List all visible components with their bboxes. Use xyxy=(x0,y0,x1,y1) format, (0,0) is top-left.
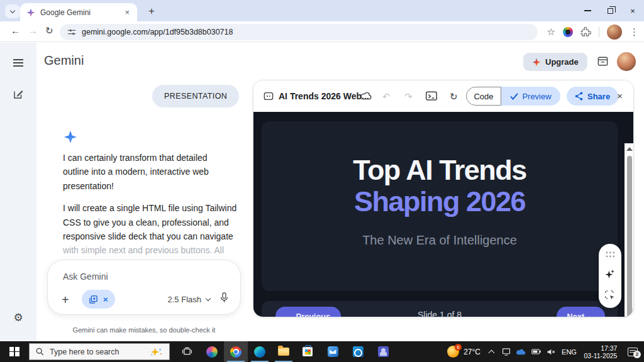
edge-taskbar-button[interactable] xyxy=(248,341,272,362)
mail-button[interactable] xyxy=(321,341,345,362)
toolbar-right-cluster: ☆ ⋮ xyxy=(547,23,639,41)
canvas-floating-toolbar xyxy=(599,244,621,308)
chat-input-placeholder: Ask Gemini xyxy=(63,272,108,282)
remove-tool-icon[interactable]: × xyxy=(103,295,108,304)
outlook-button[interactable] xyxy=(346,341,370,362)
redo-button[interactable]: ↷ xyxy=(404,91,413,102)
extension-colorful-icon[interactable] xyxy=(563,27,573,37)
canvas-doc-title: AI Trends 2026 Web... xyxy=(279,91,369,101)
user-message-bubble: PRESENTATION xyxy=(152,85,239,107)
weather-widget[interactable]: 6 27°C xyxy=(447,346,480,358)
language-indicator[interactable]: ENG xyxy=(558,348,580,356)
tab-close-icon[interactable]: × xyxy=(123,8,131,17)
chat-input-box[interactable]: Ask Gemini + × 2.5 Flash xyxy=(47,260,241,315)
browser-tab-active[interactable]: Google Gemini × xyxy=(20,3,137,21)
response-line: CSS to give you a clean, professional, a… xyxy=(63,216,236,229)
store-icon xyxy=(303,347,313,356)
user-message-text: PRESENTATION xyxy=(164,92,227,101)
preview-tab[interactable]: Preview xyxy=(501,87,560,106)
gemini-profile-avatar[interactable] xyxy=(617,52,636,71)
language-label: ENG xyxy=(562,348,577,356)
cloud-save-icon[interactable] xyxy=(360,91,372,102)
browser-menu-icon[interactable]: ⋮ xyxy=(630,26,639,38)
new-chat-button[interactable] xyxy=(11,87,26,102)
select-element-icon[interactable] xyxy=(605,290,615,300)
copilot-icon xyxy=(206,346,218,358)
chrome-taskbar-button[interactable] xyxy=(224,341,248,362)
refresh-preview-button[interactable]: ↻ xyxy=(450,91,458,102)
bookmark-star-icon[interactable]: ☆ xyxy=(547,26,555,38)
minimize-icon xyxy=(584,10,591,11)
mail-icon xyxy=(328,346,338,357)
browser-profile-avatar[interactable] xyxy=(607,25,622,40)
scroll-up-icon[interactable] xyxy=(626,147,633,151)
upgrade-button[interactable]: Upgrade xyxy=(523,53,587,71)
drag-handle-icon[interactable] xyxy=(606,251,615,258)
copilot-button[interactable] xyxy=(200,341,224,362)
chevron-down-icon xyxy=(206,296,211,301)
slide-title: Top AI Trends Shaping 2026 xyxy=(262,155,618,217)
back-button[interactable]: ← xyxy=(11,25,20,36)
close-window-button[interactable]: × xyxy=(621,0,644,21)
undo-button[interactable]: ↶ xyxy=(382,91,391,102)
next-slide-button[interactable]: Next → xyxy=(557,307,605,317)
tray-time: 17:37 xyxy=(584,344,618,352)
console-button[interactable] xyxy=(426,91,437,103)
tab-search-button[interactable] xyxy=(5,4,20,18)
teams-icon xyxy=(378,346,389,357)
canvas-tool-chip[interactable]: × xyxy=(82,290,115,309)
address-bar[interactable]: gemini.google.com/app/1df95b3d8b030718 xyxy=(60,24,538,40)
history-button[interactable] xyxy=(597,55,609,70)
new-tab-button[interactable]: + xyxy=(143,3,160,19)
taskbar-search[interactable]: Type here to search xyxy=(29,343,170,360)
response-line: presentation! xyxy=(63,179,236,193)
reload-button[interactable]: ↻ xyxy=(45,25,53,36)
share-button[interactable]: Share xyxy=(567,87,618,106)
slide: Top AI Trends Shaping 2026 The New Era o… xyxy=(262,121,618,291)
onedrive-tray-button[interactable] xyxy=(513,348,528,355)
settings-button[interactable]: ⚙ xyxy=(11,310,26,325)
start-button[interactable] xyxy=(0,341,29,362)
response-line: outline into a modern, interactive web xyxy=(63,165,236,178)
ask-gemini-sparkle-icon[interactable] xyxy=(605,269,616,280)
notification-icon: 2 xyxy=(628,348,638,356)
microsoft-store-button[interactable] xyxy=(296,341,319,362)
teams-button[interactable] xyxy=(371,341,395,362)
main-menu-button[interactable] xyxy=(11,55,26,70)
model-picker[interactable]: 2.5 Flash xyxy=(168,295,210,304)
chevron-up-icon xyxy=(488,350,494,356)
extensions-puzzle-icon[interactable] xyxy=(580,27,591,38)
attach-button[interactable]: + xyxy=(62,293,69,306)
mic-button[interactable] xyxy=(219,292,229,306)
task-view-button[interactable] xyxy=(175,341,199,362)
temperature-label: 27°C xyxy=(464,348,480,356)
notification-badge: 2 xyxy=(633,351,641,358)
display-tray-button[interactable] xyxy=(499,348,513,356)
slide-title-line1: Top AI Trends xyxy=(262,155,618,186)
response-line: I will create a single HTML file using T… xyxy=(63,201,236,215)
scrollbar-thumb[interactable] xyxy=(627,156,632,317)
battery-tray-button[interactable] xyxy=(528,349,543,354)
url-text: gemini.google.com/app/1df95b3d8b030718 xyxy=(82,28,233,36)
canvas-close-icon[interactable]: × xyxy=(617,90,623,101)
weather-badge: 6 xyxy=(455,344,462,351)
volume-tray-button[interactable] xyxy=(543,348,558,356)
response-line: I can certainly transform that detailed xyxy=(63,151,236,165)
code-tab[interactable]: Code xyxy=(466,87,501,106)
restore-button[interactable] xyxy=(599,0,621,21)
weather-icon: 6 xyxy=(447,346,459,358)
battery-icon xyxy=(531,349,541,354)
forward-button[interactable]: → xyxy=(28,25,38,36)
action-center-button[interactable]: 2 xyxy=(621,348,644,356)
preview-scrollbar[interactable] xyxy=(625,143,634,317)
clock[interactable]: 17:37 03-11-2025 xyxy=(580,344,621,359)
browser-tabstrip: Google Gemini × + × xyxy=(0,0,644,21)
minimize-button[interactable] xyxy=(576,0,599,21)
speaker-muted-icon xyxy=(547,348,555,356)
tray-expand-button[interactable] xyxy=(483,348,499,355)
microphone-icon xyxy=(219,292,229,304)
canvas-preview: Top AI Trends Shaping 2026 The New Era o… xyxy=(253,112,634,317)
file-explorer-button[interactable] xyxy=(272,341,296,362)
tab-title: Google Gemini xyxy=(40,8,123,17)
gemini-disclaimer: Gemini can make mistakes, so double-chec… xyxy=(47,326,241,334)
